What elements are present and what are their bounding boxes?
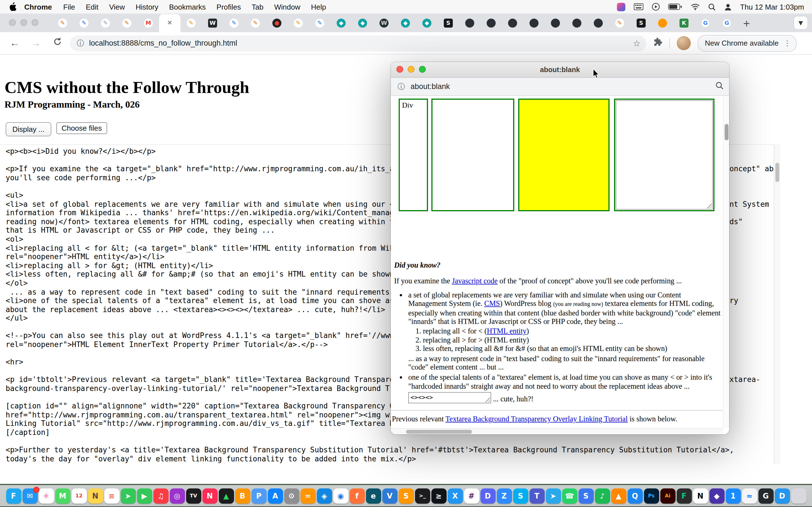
menu-bar-clock[interactable]: Thu 12 Mar 1:03pm	[740, 3, 804, 11]
tab-pencil[interactable]: ✎	[245, 13, 266, 32]
resize-grip-icon[interactable]	[485, 397, 490, 402]
dock-messages-icon[interactable]: M	[55, 488, 70, 503]
dock-app-store-icon[interactable]: A	[267, 488, 283, 503]
dock-calculator-icon[interactable]: =	[300, 488, 315, 503]
dock-iterm-icon[interactable]: ≥	[431, 488, 446, 503]
tab-close-icon[interactable]: ✕	[167, 20, 172, 26]
dock-reminders-icon[interactable]: ≡	[104, 488, 119, 503]
reload-button[interactable]	[51, 37, 64, 49]
dock-skype-icon[interactable]: S	[513, 488, 528, 503]
dock-chrome-icon[interactable]: ◉	[333, 488, 348, 503]
menu-bookmarks[interactable]: Bookmarks	[169, 3, 206, 11]
user-switch-icon[interactable]	[724, 3, 732, 10]
popup-minimize-button[interactable]	[408, 66, 414, 73]
dock-books-icon[interactable]: B	[235, 488, 250, 503]
window-zoom-button[interactable]	[32, 19, 38, 26]
tab-compass[interactable]: ◆	[331, 13, 352, 32]
address-bar[interactable]: ⓘ localhost:8888/cms_no_follow_through.h…	[70, 35, 646, 51]
dock-obsidian-icon[interactable]: ◆	[709, 488, 724, 503]
tab-pencil[interactable]: ✎	[95, 13, 116, 32]
tab-dark-site[interactable]	[523, 13, 545, 32]
popup-vertical-scrollbar[interactable]	[723, 96, 729, 428]
dock-safari-icon[interactable]: ◈	[317, 488, 332, 503]
apple-menu-icon[interactable]	[9, 2, 16, 11]
dock-github-icon[interactable]: G	[758, 488, 773, 503]
popup-zoom-search-icon[interactable]	[716, 81, 723, 92]
tab-s-site[interactable]: S	[630, 13, 652, 32]
popup-window[interactable]: about:blank ⓘ about:blank Div Did you kn…	[391, 62, 729, 434]
dock-discord-icon[interactable]: D	[480, 488, 495, 503]
tab-pencil[interactable]: ✎	[181, 13, 202, 32]
play-icon[interactable]	[652, 3, 659, 11]
dock-photos-icon[interactable]: ✳	[39, 488, 54, 503]
tab-google[interactable]: G	[695, 13, 716, 32]
menu-help[interactable]: Help	[311, 3, 326, 11]
dock-1password-icon[interactable]: 1	[725, 488, 741, 503]
back-button[interactable]: ←	[8, 38, 21, 49]
dock-firefox-icon[interactable]: f	[349, 488, 364, 503]
menu-window[interactable]: Window	[274, 3, 301, 11]
choose-files-button[interactable]: Choose files	[56, 122, 107, 134]
tab-dark-site[interactable]	[588, 13, 609, 32]
dock-notes-icon[interactable]: N	[88, 488, 103, 503]
tab-k-site[interactable]: K	[673, 13, 695, 32]
site-info-icon[interactable]: ⓘ	[77, 38, 84, 48]
inline-demo-textarea[interactable]: <><><>	[408, 392, 491, 404]
menu-app-name[interactable]: Chrome	[24, 3, 52, 11]
status-app-icon[interactable]	[617, 3, 625, 11]
tab-dark-site[interactable]	[566, 13, 588, 32]
menu-file[interactable]: File	[63, 3, 75, 11]
tab-compass[interactable]: ◆	[352, 13, 373, 32]
bookmark-star-icon[interactable]: ☆	[633, 38, 641, 48]
dock-whatsapp-icon[interactable]: ☎	[562, 488, 577, 503]
spotlight-search-icon[interactable]	[708, 3, 715, 10]
inline-link[interactable]: Textarea Background Transparency Overlay…	[446, 414, 627, 423]
dock-signal-icon[interactable]: S	[578, 488, 594, 503]
window-minimize-button[interactable]	[20, 19, 27, 26]
forward-button[interactable]: →	[29, 38, 43, 49]
tab-record[interactable]: ●	[266, 13, 288, 32]
popup-url-text[interactable]: about:blank	[410, 82, 716, 91]
dock-telegram-icon[interactable]: ➤	[546, 488, 561, 503]
popup-hscroll-thumb[interactable]	[406, 430, 472, 434]
tab-compass[interactable]: ◆	[416, 13, 438, 32]
dock-docker-icon[interactable]: D	[774, 488, 790, 503]
dock-sublime-icon[interactable]: S	[398, 488, 414, 503]
dock-finder-icon[interactable]: F	[6, 488, 21, 503]
tab-pencil[interactable]: ✎	[116, 13, 138, 32]
dock-notion-icon[interactable]: N	[693, 488, 708, 503]
dock-teams-icon[interactable]: T	[529, 488, 545, 503]
display-button[interactable]: Display ...	[6, 122, 51, 136]
dock-spotify-icon[interactable]: ♪	[595, 488, 610, 503]
dock-terminal-icon[interactable]: >_	[415, 488, 430, 503]
dock-photoshop-icon[interactable]: Ps	[644, 488, 659, 503]
textarea-scrollbar[interactable]	[774, 144, 780, 464]
new-chrome-available-button[interactable]: New Chrome available ⋮	[698, 35, 797, 52]
dock-news-icon[interactable]: N	[202, 488, 217, 503]
tab-pencil[interactable]: ✎	[309, 13, 331, 32]
dock-system-settings-icon[interactable]: ⚙	[284, 488, 299, 503]
popup-vscroll-thumb[interactable]	[725, 124, 728, 140]
dock-calendar-icon[interactable]: 12	[71, 488, 87, 503]
dock-music-icon[interactable]: ♫	[153, 488, 168, 503]
popup-horizontal-scrollbar[interactable]	[391, 428, 723, 434]
dock-podcasts-icon[interactable]: ◎	[169, 488, 185, 503]
menu-tab[interactable]: Tab	[252, 3, 264, 11]
url-text[interactable]: localhost:8888/cms_no_follow_through.htm…	[89, 39, 633, 47]
tab-pencil[interactable]: ✎	[73, 13, 95, 32]
tab-dark-site[interactable]: W	[373, 13, 395, 32]
menu-edit[interactable]: Edit	[86, 3, 98, 11]
dock-illustrator-icon[interactable]: Ai	[660, 488, 675, 503]
resize-grip-icon[interactable]	[706, 203, 712, 209]
profile-avatar[interactable]	[677, 36, 691, 50]
dock-figma-icon[interactable]: F	[676, 488, 692, 503]
menu-view[interactable]: View	[109, 3, 125, 11]
tab-compass[interactable]: ◆	[395, 13, 416, 32]
tab-dark-site[interactable]	[545, 13, 566, 32]
demo-textarea[interactable]	[616, 100, 713, 210]
dock-xcode-icon[interactable]: X	[448, 488, 463, 503]
popup-title-bar[interactable]: about:blank	[391, 62, 729, 78]
battery-icon[interactable]	[668, 3, 682, 10]
dock-edge-icon[interactable]: e	[366, 488, 381, 503]
tab-google[interactable]: G	[716, 13, 738, 32]
